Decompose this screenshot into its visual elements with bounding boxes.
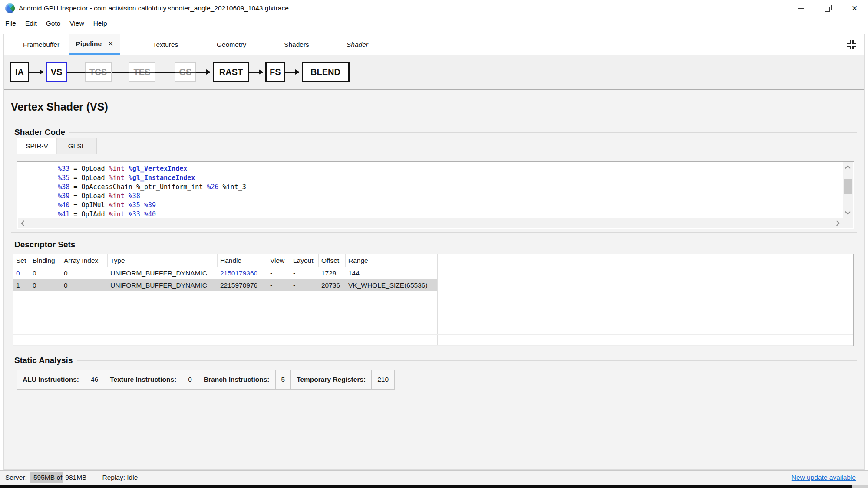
empty-cell: [346, 291, 438, 302]
table-link[interactable]: 0: [16, 269, 20, 277]
empty-table-row: [13, 313, 853, 324]
empty-cell: [30, 324, 61, 334]
tab-textures[interactable]: Textures: [144, 34, 187, 55]
arrow-icon: [40, 69, 44, 75]
empty-table-row: [13, 291, 853, 302]
tab-label: Shaders: [284, 41, 309, 49]
empty-cell: [267, 324, 290, 334]
metric-value: 46: [85, 370, 104, 389]
row-filler: [438, 279, 853, 291]
tab-shader[interactable]: Shader: [337, 34, 377, 55]
table-link[interactable]: 2215970976: [220, 282, 257, 289]
menu-item-help[interactable]: Help: [90, 18, 111, 29]
pipeline-stage-fs[interactable]: FS: [265, 62, 285, 82]
empty-cell: [30, 291, 61, 302]
header-filler: [438, 254, 853, 267]
scrollbar-corner: [843, 218, 853, 228]
code-line: %35 = OpLoad %int %gl_InstanceIndex: [26, 174, 843, 183]
table-cell: 0: [30, 279, 61, 291]
tab-label: Textures: [153, 41, 178, 49]
pipeline-stage-tes: TES: [129, 62, 155, 82]
row-filler: [438, 313, 853, 324]
table-row[interactable]: 000UNIFORM_BUFFER_DYNAMIC2150179360--172…: [13, 267, 853, 279]
scroll-left-icon[interactable]: [21, 220, 26, 226]
empty-cell: [319, 302, 346, 313]
empty-cell: [290, 313, 319, 324]
collapse-corner: [847, 46, 851, 49]
code-line: %33 = OpLoad %int %gl_VertexIndex: [26, 164, 843, 174]
shader-code-group: SPIR-VGLSL %33 = OpLoad %int %gl_VertexI…: [11, 131, 857, 233]
empty-cell: [218, 302, 267, 313]
collapse-corner: [852, 46, 856, 49]
horizontal-scrollbar[interactable]: [18, 218, 843, 228]
column-header-binding: Binding: [30, 254, 61, 267]
tab-pipeline[interactable]: Pipeline✕: [69, 34, 120, 55]
server-memory-bar: 595MB of 981MB: [30, 472, 89, 483]
column-header-set: Set: [13, 254, 30, 267]
column-header-layout: Layout: [290, 254, 319, 267]
pipeline-stage-ia[interactable]: IA: [10, 62, 29, 82]
empty-cell: [108, 291, 218, 302]
static-analysis-heading: Static Analysis: [14, 356, 73, 365]
table-cell: 0: [61, 267, 108, 279]
empty-cell: [13, 324, 30, 334]
menu-item-goto[interactable]: Goto: [43, 18, 64, 29]
empty-cell: [13, 302, 30, 313]
empty-cell: [61, 335, 108, 345]
empty-cell: [218, 335, 267, 345]
metric-label: ALU Instructions:: [17, 370, 85, 389]
pipeline-stage-blend[interactable]: BLEND: [302, 62, 350, 82]
restore-button[interactable]: [814, 0, 841, 16]
vertical-scrollbar[interactable]: [843, 162, 853, 218]
table-link[interactable]: 1: [16, 282, 20, 289]
column-header-offset: Offset: [319, 254, 346, 267]
pipeline-stage-vs[interactable]: VS: [46, 62, 67, 82]
table-row[interactable]: 100UNIFORM_BUFFER_DYNAMIC2215970976--207…: [13, 279, 853, 291]
column-header-range: Range: [346, 254, 438, 267]
metric-value: 0: [182, 370, 198, 389]
code-tab-glsl[interactable]: GLSL: [57, 138, 97, 154]
tab-label: Geometry: [217, 41, 246, 49]
tab-framebuffer[interactable]: Framebuffer: [13, 34, 69, 55]
menu-bar: FileEditGotoViewHelp: [0, 16, 868, 30]
scroll-right-icon[interactable]: [834, 220, 840, 226]
empty-cell: [108, 324, 218, 334]
metric-label: Texture Instructions:: [104, 370, 182, 389]
update-link[interactable]: New update available: [792, 474, 856, 481]
tab-close-icon[interactable]: ✕: [108, 39, 113, 48]
tab-geometry[interactable]: Geometry: [207, 34, 256, 55]
divider: [4, 89, 864, 90]
pipeline-stage-rast[interactable]: RAST: [213, 62, 249, 82]
status-bar: Server: 595MB of 981MB Replay: Idle New …: [0, 470, 868, 485]
tab-shaders[interactable]: Shaders: [276, 34, 317, 55]
close-button[interactable]: ✕: [841, 0, 868, 16]
empty-cell: [30, 313, 61, 324]
scroll-down-icon[interactable]: [845, 209, 851, 215]
code-tab-spir-v[interactable]: SPIR-V: [17, 138, 57, 154]
static-analysis-section-header: Static Analysis: [11, 355, 857, 366]
menu-item-edit[interactable]: Edit: [22, 18, 40, 29]
empty-cell: [61, 302, 108, 313]
code-line: %41 = OpIAdd %int %33 %40: [26, 210, 843, 218]
empty-cell: [108, 302, 218, 313]
empty-cell: [218, 313, 267, 324]
descriptor-sets-table: SetBindingArray IndexTypeHandleViewLayou…: [13, 254, 854, 346]
restore-icon: [825, 7, 830, 12]
scrollbar-thumb[interactable]: [844, 179, 852, 194]
table-cell: 0: [30, 267, 61, 279]
table-link[interactable]: 2150179360: [220, 269, 257, 277]
column-header-array-index: Array Index: [61, 254, 108, 267]
table-header-row: SetBindingArray IndexTypeHandleViewLayou…: [13, 254, 853, 267]
table-cell: 20736: [319, 279, 346, 291]
menu-item-view[interactable]: View: [66, 18, 87, 29]
table-cell: VK_WHOLE_SIZE(65536): [346, 279, 438, 291]
empty-cell: [30, 302, 61, 313]
shader-code-view[interactable]: %33 = OpLoad %int %gl_VertexIndex %35 = …: [18, 162, 843, 218]
status-divider: [144, 473, 144, 482]
menu-item-file[interactable]: File: [2, 18, 20, 29]
scroll-up-icon[interactable]: [845, 165, 851, 171]
empty-cell: [13, 335, 30, 345]
column-header-view: View: [267, 254, 290, 267]
collapse-panes-icon[interactable]: [846, 39, 857, 50]
minimize-button[interactable]: [787, 0, 814, 16]
